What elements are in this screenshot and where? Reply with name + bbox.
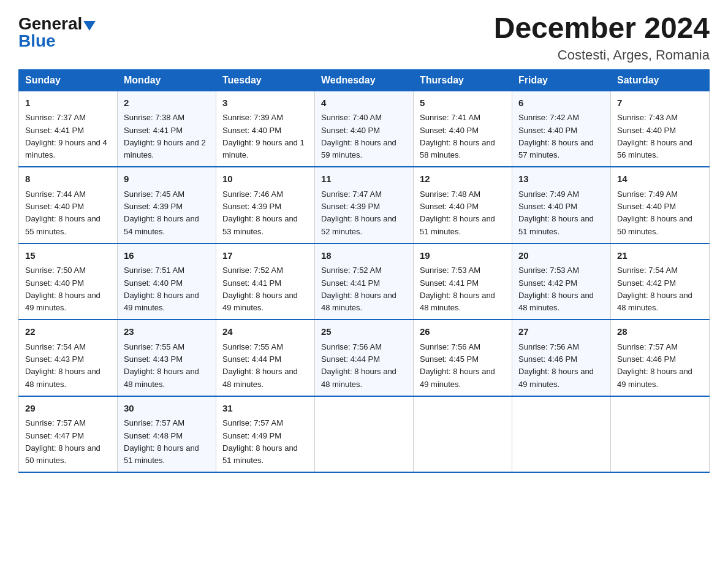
location-title: Costesti, Arges, Romania [494, 47, 710, 63]
day-info: Sunrise: 7:49 AMSunset: 4:40 PMDaylight:… [617, 190, 692, 236]
calendar-cell: 7Sunrise: 7:43 AMSunset: 4:40 PMDaylight… [611, 91, 710, 167]
calendar-week-2: 8Sunrise: 7:44 AMSunset: 4:40 PMDaylight… [19, 167, 710, 243]
column-header-saturday: Saturday [611, 69, 710, 91]
calendar-cell: 12Sunrise: 7:48 AMSunset: 4:40 PMDayligh… [414, 167, 512, 243]
calendar-week-1: 1Sunrise: 7:37 AMSunset: 4:41 PMDaylight… [19, 91, 710, 167]
calendar-cell: 24Sunrise: 7:55 AMSunset: 4:44 PMDayligh… [216, 320, 315, 396]
day-info: Sunrise: 7:56 AMSunset: 4:45 PMDaylight:… [420, 342, 495, 389]
calendar-cell [611, 396, 710, 473]
calendar-cell: 6Sunrise: 7:42 AMSunset: 4:40 PMDaylight… [512, 91, 611, 167]
day-info: Sunrise: 7:57 AMSunset: 4:48 PMDaylight:… [124, 418, 199, 465]
day-info: Sunrise: 7:50 AMSunset: 4:40 PMDaylight:… [25, 266, 100, 312]
day-number: 3 [222, 96, 308, 110]
logo-general-line: General [18, 15, 96, 33]
day-number: 22 [25, 325, 111, 339]
day-number: 2 [124, 96, 210, 110]
day-number: 9 [124, 172, 210, 186]
day-info: Sunrise: 7:53 AMSunset: 4:42 PMDaylight:… [518, 266, 594, 312]
day-info: Sunrise: 7:57 AMSunset: 4:47 PMDaylight:… [25, 418, 100, 465]
calendar-cell: 13Sunrise: 7:49 AMSunset: 4:40 PMDayligh… [512, 167, 611, 243]
day-number: 8 [25, 172, 111, 186]
column-header-thursday: Thursday [414, 69, 512, 91]
calendar-cell: 18Sunrise: 7:52 AMSunset: 4:41 PMDayligh… [315, 243, 414, 320]
day-number: 18 [321, 249, 407, 263]
calendar-cell [315, 396, 414, 473]
day-number: 27 [518, 325, 604, 339]
day-info: Sunrise: 7:52 AMSunset: 4:41 PMDaylight:… [222, 266, 298, 312]
calendar-cell: 31Sunrise: 7:57 AMSunset: 4:49 PMDayligh… [216, 396, 315, 473]
day-number: 12 [420, 172, 506, 186]
day-info: Sunrise: 7:56 AMSunset: 4:44 PMDaylight:… [321, 342, 396, 389]
day-info: Sunrise: 7:46 AMSunset: 4:39 PMDaylight:… [222, 190, 298, 236]
day-number: 20 [518, 249, 604, 263]
day-info: Sunrise: 7:42 AMSunset: 4:40 PMDaylight:… [518, 113, 594, 159]
calendar-cell: 8Sunrise: 7:44 AMSunset: 4:40 PMDaylight… [19, 167, 118, 243]
day-number: 13 [518, 172, 604, 186]
calendar-cell: 14Sunrise: 7:49 AMSunset: 4:40 PMDayligh… [611, 167, 710, 243]
day-info: Sunrise: 7:37 AMSunset: 4:41 PMDaylight:… [25, 113, 107, 159]
day-number: 28 [617, 325, 703, 339]
day-info: Sunrise: 7:41 AMSunset: 4:40 PMDaylight:… [420, 113, 495, 159]
calendar-cell: 2Sunrise: 7:38 AMSunset: 4:41 PMDaylight… [118, 91, 216, 167]
day-info: Sunrise: 7:44 AMSunset: 4:40 PMDaylight:… [25, 190, 100, 236]
calendar-week-3: 15Sunrise: 7:50 AMSunset: 4:40 PMDayligh… [19, 243, 710, 320]
page-header: General Blue December 2024 Costesti, Arg… [18, 12, 710, 63]
calendar-cell: 11Sunrise: 7:47 AMSunset: 4:39 PMDayligh… [315, 167, 414, 243]
calendar-cell: 17Sunrise: 7:52 AMSunset: 4:41 PMDayligh… [216, 243, 315, 320]
day-info: Sunrise: 7:38 AMSunset: 4:41 PMDaylight:… [124, 113, 206, 159]
day-number: 23 [124, 325, 210, 339]
logo-blue-text: Blue [18, 31, 56, 50]
calendar-cell: 4Sunrise: 7:40 AMSunset: 4:40 PMDaylight… [315, 91, 414, 167]
calendar-cell [414, 396, 512, 473]
day-number: 29 [25, 402, 111, 416]
day-number: 6 [518, 96, 604, 110]
day-info: Sunrise: 7:55 AMSunset: 4:44 PMDaylight:… [222, 342, 298, 389]
day-number: 16 [124, 249, 210, 263]
day-info: Sunrise: 7:57 AMSunset: 4:49 PMDaylight:… [222, 418, 298, 465]
day-number: 26 [420, 325, 506, 339]
calendar-header: SundayMondayTuesdayWednesdayThursdayFrid… [19, 69, 710, 91]
day-number: 24 [222, 325, 308, 339]
calendar-cell: 30Sunrise: 7:57 AMSunset: 4:48 PMDayligh… [118, 396, 216, 473]
logo-triangle-icon [83, 21, 96, 31]
calendar-cell [512, 396, 611, 473]
calendar-table: SundayMondayTuesdayWednesdayThursdayFrid… [18, 69, 710, 473]
calendar-cell: 28Sunrise: 7:57 AMSunset: 4:46 PMDayligh… [611, 320, 710, 396]
calendar-cell: 26Sunrise: 7:56 AMSunset: 4:45 PMDayligh… [414, 320, 512, 396]
day-number: 15 [25, 249, 111, 263]
day-info: Sunrise: 7:40 AMSunset: 4:40 PMDaylight:… [321, 113, 396, 159]
calendar-cell: 19Sunrise: 7:53 AMSunset: 4:41 PMDayligh… [414, 243, 512, 320]
calendar-cell: 3Sunrise: 7:39 AMSunset: 4:40 PMDaylight… [216, 91, 315, 167]
logo-general-text: General [18, 14, 82, 33]
calendar-cell: 5Sunrise: 7:41 AMSunset: 4:40 PMDaylight… [414, 91, 512, 167]
calendar-body: 1Sunrise: 7:37 AMSunset: 4:41 PMDaylight… [19, 91, 710, 472]
column-header-monday: Monday [118, 69, 216, 91]
calendar-cell: 9Sunrise: 7:45 AMSunset: 4:39 PMDaylight… [118, 167, 216, 243]
day-info: Sunrise: 7:55 AMSunset: 4:43 PMDaylight:… [124, 342, 199, 389]
column-header-wednesday: Wednesday [315, 69, 414, 91]
day-info: Sunrise: 7:49 AMSunset: 4:40 PMDaylight:… [518, 190, 594, 236]
day-info: Sunrise: 7:57 AMSunset: 4:46 PMDaylight:… [617, 342, 692, 389]
calendar-week-5: 29Sunrise: 7:57 AMSunset: 4:47 PMDayligh… [19, 396, 710, 473]
day-number: 25 [321, 325, 407, 339]
calendar-cell: 15Sunrise: 7:50 AMSunset: 4:40 PMDayligh… [19, 243, 118, 320]
day-number: 11 [321, 172, 407, 186]
calendar-cell: 21Sunrise: 7:54 AMSunset: 4:42 PMDayligh… [611, 243, 710, 320]
column-header-sunday: Sunday [19, 69, 118, 91]
day-number: 30 [124, 402, 210, 416]
calendar-cell: 20Sunrise: 7:53 AMSunset: 4:42 PMDayligh… [512, 243, 611, 320]
day-number: 10 [222, 172, 308, 186]
day-number: 19 [420, 249, 506, 263]
day-info: Sunrise: 7:56 AMSunset: 4:46 PMDaylight:… [518, 342, 594, 389]
day-number: 17 [222, 249, 308, 263]
day-info: Sunrise: 7:53 AMSunset: 4:41 PMDaylight:… [420, 266, 495, 312]
day-number: 7 [617, 96, 703, 110]
calendar-week-4: 22Sunrise: 7:54 AMSunset: 4:43 PMDayligh… [19, 320, 710, 396]
day-info: Sunrise: 7:48 AMSunset: 4:40 PMDaylight:… [420, 190, 495, 236]
day-info: Sunrise: 7:51 AMSunset: 4:40 PMDaylight:… [124, 266, 199, 312]
column-header-friday: Friday [512, 69, 611, 91]
calendar-cell: 16Sunrise: 7:51 AMSunset: 4:40 PMDayligh… [118, 243, 216, 320]
day-number: 14 [617, 172, 703, 186]
day-info: Sunrise: 7:54 AMSunset: 4:43 PMDaylight:… [25, 342, 100, 389]
day-info: Sunrise: 7:52 AMSunset: 4:41 PMDaylight:… [321, 266, 396, 312]
